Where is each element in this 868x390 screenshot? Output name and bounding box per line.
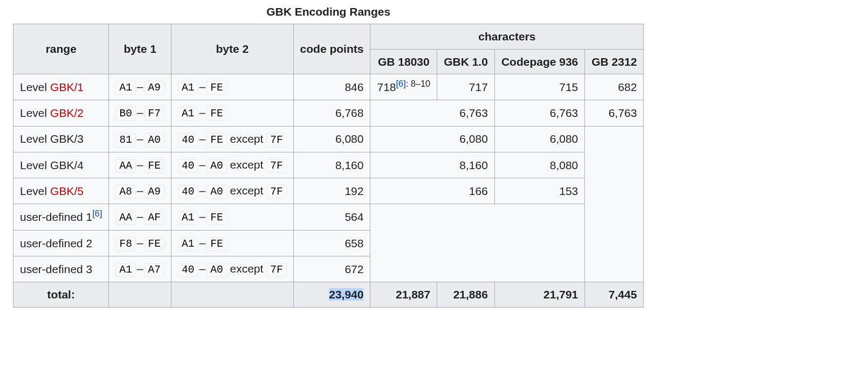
col-cp936: Codepage 936 <box>494 49 584 74</box>
table-row: Level GBK/2 B0–F7 A1–FE 6,768 6,763 6,76… <box>13 100 644 126</box>
byte1-cell: B0–F7 <box>109 100 171 126</box>
range-cell: Level GBK/4 <box>13 152 109 178</box>
cp936-cell: 8,080 <box>494 152 584 178</box>
gbk10-cell: 717 <box>437 74 495 100</box>
gb18030-cell: 718[6]: 8–10 <box>370 74 437 100</box>
total-label: total: <box>13 282 109 308</box>
table-row: Level GBK/4 AA–FE 40–A0 except 7F 8,160 … <box>13 152 644 178</box>
ref-6-link[interactable]: [6] <box>92 208 102 218</box>
total-gb2312: 7,445 <box>585 282 644 308</box>
gbk10-cell: 6,763 <box>370 100 494 126</box>
table-row: Level GBK/3 81–A0 40–FE except 7F 6,080 … <box>13 126 644 152</box>
empty-chars-cell <box>370 204 585 282</box>
range-cell: user-defined 1[6] <box>13 204 109 230</box>
range-cell: Level GBK/1 <box>13 74 109 100</box>
codepoints-cell: 672 <box>293 256 370 282</box>
byte2-cell: A1–FE <box>171 100 294 126</box>
header-row-1: range byte 1 byte 2 code points characte… <box>13 24 644 50</box>
gb2312-cell: 6,763 <box>585 100 644 126</box>
codepoints-cell: 8,160 <box>293 152 370 178</box>
total-codepoints: 23,940 <box>293 282 370 308</box>
range-cell: Level GBK/2 <box>13 100 109 126</box>
range-cell: Level GBK/5 <box>13 178 109 204</box>
total-gb18030: 21,887 <box>370 282 437 308</box>
col-byte2: byte 2 <box>171 24 294 74</box>
total-cp936: 21,791 <box>494 282 584 308</box>
gbk10-cell: 166 <box>370 178 494 204</box>
gb2312-empty-cell <box>585 126 644 282</box>
byte1-cell: AA–AF <box>109 204 171 230</box>
codepoints-cell: 564 <box>293 204 370 230</box>
codepoints-cell: 192 <box>293 178 370 204</box>
byte2-cell: 40–A0 except 7F <box>171 178 294 204</box>
gbk5-link[interactable]: GBK/5 <box>50 185 84 197</box>
byte1-cell: F8–FE <box>109 230 171 256</box>
gbk1-link[interactable]: GBK/1 <box>50 81 84 93</box>
ref-6-link[interactable]: [6] <box>396 79 406 88</box>
table-row: Level GBK/1 A1–A9 A1–FE 846 718[6]: 8–10… <box>13 74 644 100</box>
cp936-cell: 6,763 <box>494 100 584 126</box>
gbk10-cell: 8,160 <box>370 152 494 178</box>
range-cell: user-defined 3 <box>13 256 109 282</box>
byte2-cell: A1–FE <box>171 74 294 100</box>
gb2312-cell: 682 <box>585 74 644 100</box>
table-row: Level GBK/5 A8–A9 40–A0 except 7F 192 16… <box>13 178 644 204</box>
col-gb2312: GB 2312 <box>585 49 644 74</box>
range-cell: user-defined 2 <box>13 230 109 256</box>
cp936-cell: 153 <box>494 178 584 204</box>
byte2-cell: 40–FE except 7F <box>171 126 294 152</box>
total-gbk10: 21,886 <box>437 282 495 308</box>
total-byte2 <box>171 282 294 308</box>
total-byte1 <box>109 282 171 308</box>
col-code-points: code points <box>293 24 370 74</box>
table-row: user-defined 1[6] AA–AF A1–FE 564 <box>13 204 644 230</box>
cp936-cell: 6,080 <box>494 126 584 152</box>
byte2-cell: 40–A0 except 7F <box>171 256 294 282</box>
byte2-cell: A1–FE <box>171 230 294 256</box>
codepoints-cell: 6,768 <box>293 100 370 126</box>
byte1-cell: A8–A9 <box>109 178 171 204</box>
gbk-encoding-table: GBK Encoding Ranges range byte 1 byte 2 … <box>13 3 644 308</box>
gbk10-cell: 6,080 <box>370 126 494 152</box>
col-range: range <box>13 24 109 74</box>
codepoints-cell: 658 <box>293 230 370 256</box>
table-caption: GBK Encoding Ranges <box>13 3 644 24</box>
cp936-cell: 715 <box>494 74 584 100</box>
col-byte1: byte 1 <box>109 24 171 74</box>
byte2-cell: 40–A0 except 7F <box>171 152 294 178</box>
codepoints-cell: 846 <box>293 74 370 100</box>
byte1-cell: 81–A0 <box>109 126 171 152</box>
col-gb18030: GB 18030 <box>370 49 437 74</box>
totals-row: total: 23,940 21,887 21,886 21,791 7,445 <box>13 282 644 308</box>
codepoints-cell: 6,080 <box>293 126 370 152</box>
gbk2-link[interactable]: GBK/2 <box>50 107 84 119</box>
byte1-cell: A1–A7 <box>109 256 171 282</box>
byte1-cell: AA–FE <box>109 152 171 178</box>
col-characters: characters <box>370 24 644 50</box>
byte1-cell: A1–A9 <box>109 74 171 100</box>
col-gbk10: GBK 1.0 <box>437 49 495 74</box>
byte2-cell: A1–FE <box>171 204 294 230</box>
range-cell: Level GBK/3 <box>13 126 109 152</box>
